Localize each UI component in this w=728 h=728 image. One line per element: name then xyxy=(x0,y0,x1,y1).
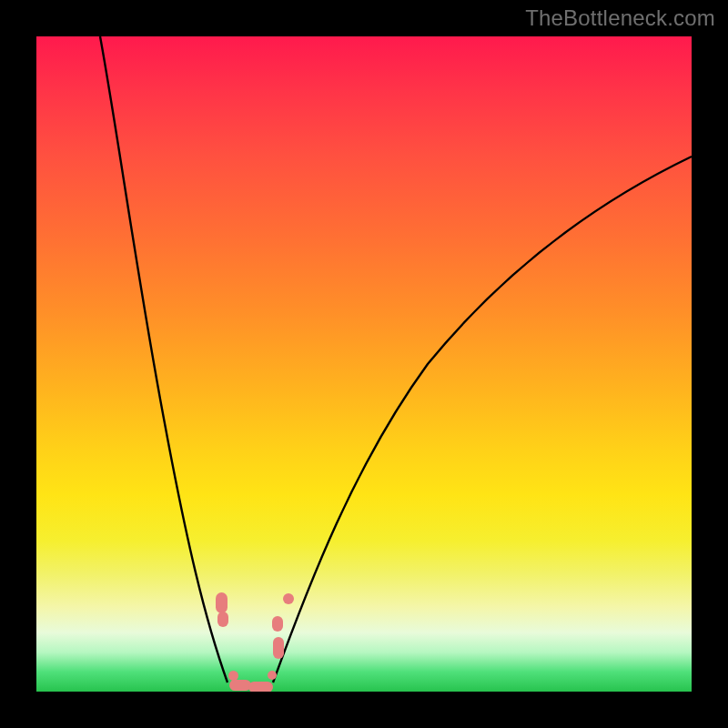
curve-left-branch xyxy=(100,36,228,682)
data-marker xyxy=(248,682,273,692)
data-marker xyxy=(283,593,294,604)
data-marker xyxy=(268,671,277,680)
curve-right-branch xyxy=(273,157,692,682)
curve-layer xyxy=(36,36,692,692)
data-marker xyxy=(216,592,228,613)
data-marker xyxy=(272,616,283,632)
plot-area xyxy=(36,36,692,692)
data-marker xyxy=(217,612,228,627)
data-marker xyxy=(273,637,284,659)
chart-frame: TheBottleneck.com xyxy=(0,0,728,728)
watermark-text: TheBottleneck.com xyxy=(525,5,715,31)
